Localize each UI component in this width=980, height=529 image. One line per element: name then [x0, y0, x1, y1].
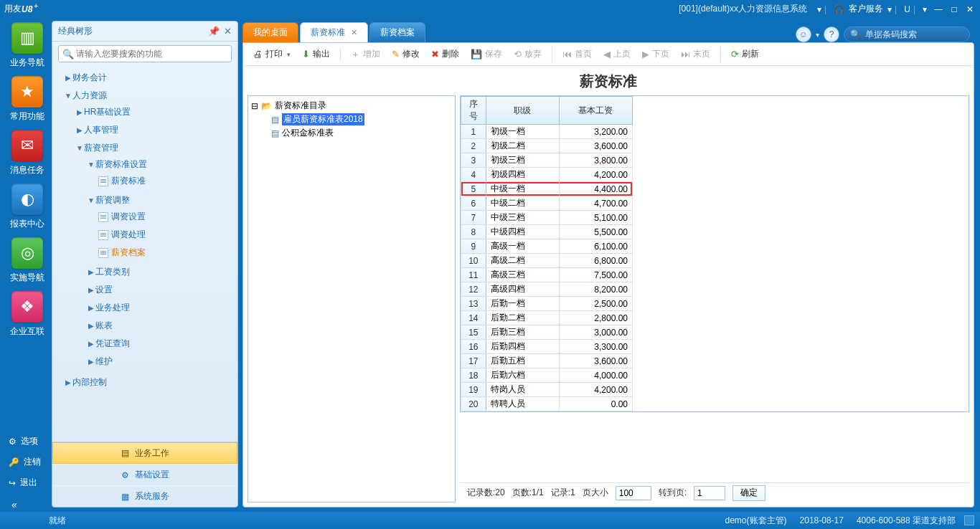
help-icon[interactable]: ? — [824, 27, 839, 42]
table-row[interactable]: 4 初级四档 4,200.00 — [461, 168, 633, 182]
dir-root[interactable]: ⊟📂薪资标准目录 — [251, 99, 452, 113]
tree-salary-file[interactable]: 薪资档案 — [52, 245, 237, 260]
table-row[interactable]: 19 特岗人员 4,200.00 — [461, 383, 633, 397]
tree-adjust-set[interactable]: 调资设置 — [52, 209, 237, 224]
tree-adjust-process[interactable]: 调资处理 — [52, 227, 237, 242]
table-row[interactable]: 1 初级一档 3,200.00 — [461, 125, 633, 139]
tree-hr-base[interactable]: ▶HR基础设置 — [52, 105, 237, 120]
table-row[interactable]: 12 高级四档 8,200.00 — [461, 282, 633, 297]
tree-salary-std[interactable]: 薪资标准 — [52, 173, 237, 189]
prev-button[interactable]: ◀上页 — [599, 46, 635, 62]
table-row[interactable]: 6 中级二档 4,700.00 — [461, 196, 633, 211]
rail-enterprise[interactable]: ❖企业互联 — [6, 291, 49, 338]
pager-pagesize-input[interactable] — [616, 486, 651, 500]
tree-salary-std-set[interactable]: ▼薪资标准设置 — [52, 157, 237, 172]
sb-base-settings[interactable]: ⚙基础设置 — [52, 464, 237, 485]
tab-salary-standard[interactable]: 薪资标准✕ — [300, 22, 368, 42]
pager-goto-input[interactable] — [694, 486, 725, 500]
tree-salary[interactable]: ▼薪资管理 — [52, 140, 237, 156]
tab-close-icon[interactable]: ✕ — [351, 28, 357, 37]
smiley-dropdown-icon[interactable]: ▾ — [816, 31, 819, 39]
overflow-dropdown-icon[interactable]: ▾ — [923, 4, 927, 14]
smiley-icon[interactable]: ☺ — [796, 27, 811, 42]
pager-confirm-button[interactable]: 确定 — [732, 485, 765, 501]
add-button[interactable]: ＋增加 — [347, 46, 385, 63]
tree-internal-control[interactable]: ▶内部控制 — [52, 375, 237, 390]
sb-system-service[interactable]: ▦系统服务 — [52, 485, 237, 507]
tree-personnel[interactable]: ▶人事管理 — [52, 123, 237, 138]
cs-dropdown-icon[interactable]: ▾ — [887, 4, 892, 14]
tree-ledger[interactable]: ▶账表 — [52, 318, 237, 333]
cell-base: 6,800.00 — [559, 254, 632, 268]
table-row[interactable]: 11 高级三档 7,500.00 — [461, 268, 633, 282]
col-base[interactable]: 基本工资 — [559, 97, 632, 125]
edit-button[interactable]: ✎修改 — [387, 46, 424, 62]
collapse-rail-icon[interactable]: « — [9, 497, 20, 512]
system-dropdown-icon[interactable]: ▾ — [817, 4, 821, 14]
barcode-search[interactable]: 🔍单据条码搜索 — [844, 27, 970, 42]
tree-hr[interactable]: ▼人力资源 — [52, 88, 237, 103]
tree-biz-process[interactable]: ▶业务处理 — [52, 300, 237, 315]
table-row[interactable]: 16 后勤四档 3,300.00 — [461, 340, 633, 354]
first-button[interactable]: ⏮首页 — [558, 46, 596, 62]
table-row[interactable]: 8 中级四档 5,500.00 — [461, 225, 633, 239]
refresh-button[interactable]: ⟳刷新 — [727, 46, 763, 62]
col-level[interactable]: 职级 — [486, 97, 559, 125]
table-row[interactable]: 20 特聘人员 0.00 — [461, 397, 633, 411]
rail-message[interactable]: ✉消息任务 — [6, 130, 49, 176]
table-row[interactable]: 7 中级三档 5,100.00 — [461, 211, 633, 225]
rail-exit[interactable]: ↪退出 — [3, 472, 52, 493]
cell-level: 初级一档 — [486, 125, 559, 139]
tree-voucher-query[interactable]: ▶凭证查询 — [52, 336, 237, 351]
table-row[interactable]: 9 高级一档 6,100.00 — [461, 239, 633, 254]
status-indicator-icon[interactable] — [964, 515, 974, 525]
table-row[interactable]: 17 后勤五档 3,600.00 — [461, 354, 633, 368]
minimize-icon[interactable]: — — [933, 4, 944, 14]
table-row[interactable]: 15 后勤三档 3,000.00 — [461, 325, 633, 340]
caret-down-icon[interactable]: ▾ — [287, 51, 291, 58]
tree-finance[interactable]: ▶财务会计 — [52, 70, 237, 85]
pin-icon[interactable]: 📌 — [208, 26, 220, 37]
pager-goto-label: 转到页: — [659, 487, 687, 499]
output-button[interactable]: ⬇输出 — [298, 46, 334, 62]
tree-maintain[interactable]: ▶维护 — [52, 354, 237, 369]
sb-business-work[interactable]: ▤业务工作 — [52, 442, 237, 464]
table-row[interactable]: 3 初级三档 3,800.00 — [461, 153, 633, 168]
maximize-icon[interactable]: □ — [948, 4, 960, 14]
table-row[interactable]: 2 初级二档 3,600.00 — [461, 139, 633, 153]
tree-wage-type[interactable]: ▶工资类别 — [52, 264, 237, 280]
tab-my-desktop[interactable]: 我的桌面 — [242, 22, 298, 42]
col-seq[interactable]: 序号 — [461, 97, 486, 125]
tree-salary-adjust[interactable]: ▼薪资调整 — [52, 193, 237, 208]
abandon-icon: ⟲ — [514, 49, 522, 59]
rail-options[interactable]: ⚙选项 — [3, 431, 52, 452]
sidebar-search-input[interactable] — [58, 45, 232, 62]
last-button[interactable]: ⏭末页 — [677, 46, 715, 62]
dir-item-employee-2018[interactable]: ▤雇员薪资标准表2018 — [251, 113, 452, 126]
logo-prefix: 用友 — [4, 3, 22, 15]
tree-toggle-icon[interactable]: ⊟ — [251, 101, 258, 111]
rail-business-nav[interactable]: ▥业务导航 — [6, 22, 49, 69]
delete-button[interactable]: ✖删除 — [427, 46, 463, 62]
next-button[interactable]: ▶下页 — [638, 46, 674, 62]
customer-service-link[interactable]: 客户服务 — [849, 3, 883, 15]
rail-report[interactable]: ◐报表中心 — [6, 184, 49, 230]
close-icon[interactable]: ✕ — [964, 4, 976, 14]
abandon-button[interactable]: ⟲放弃 — [509, 46, 546, 62]
table-row[interactable]: 10 高级二档 6,800.00 — [461, 254, 633, 268]
rail-logout[interactable]: 🔑注销 — [3, 452, 52, 472]
table-row[interactable]: 18 后勤六档 4,000.00 — [461, 368, 633, 383]
save-button[interactable]: 💾保存 — [466, 46, 507, 62]
sidebar-close-icon[interactable]: ✕ — [224, 26, 232, 37]
u-button[interactable]: U — [904, 4, 910, 14]
table-row[interactable]: 13 后勤一档 2,500.00 — [461, 297, 633, 311]
print-button[interactable]: 🖨打印▾ — [249, 46, 295, 62]
table-row[interactable]: 14 后勤二档 2,800.00 — [461, 311, 633, 325]
table-row[interactable]: 5 中级一档 4,400.00 — [461, 182, 633, 196]
tab-salary-file[interactable]: 薪资档案 — [369, 22, 425, 42]
headset-icon[interactable]: 🎧 — [834, 4, 844, 14]
tree-settings[interactable]: ▶设置 — [52, 282, 237, 297]
rail-impl[interactable]: ◎实施导航 — [6, 237, 49, 284]
rail-common[interactable]: ★常用功能 — [6, 76, 49, 123]
dir-item-fund[interactable]: ▤公积金标准表 — [251, 126, 452, 140]
